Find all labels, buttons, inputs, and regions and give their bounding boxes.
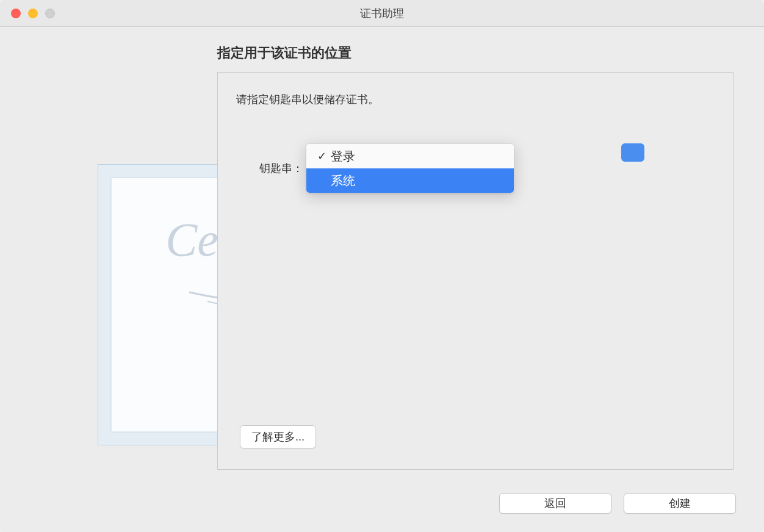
titlebar: 证书助理 — [0, 0, 764, 27]
close-button[interactable] — [11, 9, 21, 18]
back-button[interactable]: 返回 — [499, 493, 611, 514]
menu-item-label: 系统 — [331, 173, 355, 189]
menu-item-system[interactable]: ✓ 系统 — [306, 168, 514, 193]
footer-buttons: 返回 创建 — [499, 493, 736, 514]
create-button[interactable]: 创建 — [624, 493, 736, 514]
maximize-button[interactable] — [45, 9, 55, 18]
keychain-row: 钥匙串： ✓ 登录 ✓ 系统 — [259, 143, 715, 193]
traffic-lights — [0, 9, 55, 18]
content-area: Certificate 指定用于该证书的位置 请指定钥匙串以便储存证书。 钥匙串… — [0, 27, 764, 532]
window-title: 证书助理 — [360, 6, 404, 21]
instruction-text: 请指定钥匙串以便储存证书。 — [236, 92, 715, 107]
dropdown-arrows-icon — [621, 143, 644, 162]
learn-more-button[interactable]: 了解更多... — [240, 425, 316, 448]
page-heading: 指定用于该证书的位置 — [217, 44, 736, 62]
menu-item-login[interactable]: ✓ 登录 — [306, 144, 514, 168]
checkmark-icon: ✓ — [317, 149, 331, 163]
menu-item-label: 登录 — [331, 148, 355, 165]
window: 证书助理 Certificate 指定用于该证书的位置 请指定钥匙串以便储存证书… — [0, 0, 764, 532]
keychain-label: 钥匙串： — [259, 161, 303, 176]
keychain-dropdown-menu: ✓ 登录 ✓ 系统 — [306, 143, 514, 193]
minimize-button[interactable] — [28, 9, 38, 18]
main-panel: 请指定钥匙串以便储存证书。 钥匙串： ✓ 登录 ✓ 系统 — [217, 72, 733, 470]
